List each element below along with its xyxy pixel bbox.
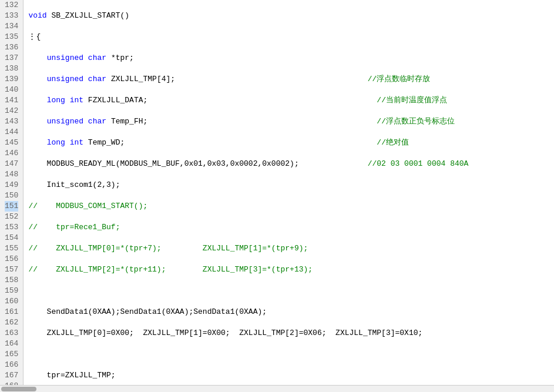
code-line: unsigned char ZXLJLL_TMP[4]; //浮点数临时存放 [28, 74, 554, 85]
code-line: // ZXLJLL_TMP[2]=*(tpr+11); ZXLJLL_TMP[3… [28, 264, 554, 275]
code-line [28, 286, 554, 296]
code-line: // MODBUS_COM1_START(); [28, 201, 554, 212]
code-line: ZXLJLL_TMP[0]=0X00; ZXLJLL_TMP[1]=0X00; … [28, 328, 554, 339]
code-area[interactable]: 132 133 134 135 136 137 138 139 140 141 … [0, 0, 554, 385]
code-line: unsigned char Temp_FH; //浮点数正负号标志位 [28, 116, 554, 127]
code-line: // ZXLJLL_TMP[0]=*(tpr+7); ZXLJLL_TMP[1]… [28, 243, 554, 254]
line-numbers: 132 133 134 135 136 137 138 139 140 141 … [0, 0, 23, 385]
code-line: long int Temp_WD; //绝对值 [28, 138, 554, 148]
code-line: long int FZXLJLL_DATA; //当前时温度值浮点 [28, 95, 554, 106]
code-line: ⋮{ [28, 32, 554, 42]
horizontal-scrollbar[interactable] [0, 385, 554, 392]
scrollbar-thumb[interactable] [1, 387, 36, 391]
code-content[interactable]: void SB_ZXLJLL_START() ⋮{ unsigned char … [23, 0, 554, 385]
code-line [28, 349, 554, 360]
code-line: void SB_ZXLJLL_START() [28, 11, 554, 21]
code-line: tpr=ZXLJLL_TMP; [28, 370, 554, 381]
code-line: Init_scom1(2,3); [28, 180, 554, 190]
code-line: MODBUS_READY_ML(MODBUS_ML_BUF,0x01,0x03,… [28, 159, 554, 169]
code-line: SendData1(0XAA);SendData1(0XAA);SendData… [28, 307, 554, 317]
code-line: unsigned char *tpr; [28, 53, 554, 63]
code-editor: 132 133 134 135 136 137 138 139 140 141 … [0, 0, 554, 392]
code-line: // tpr=Rece1_Buf; [28, 222, 554, 233]
